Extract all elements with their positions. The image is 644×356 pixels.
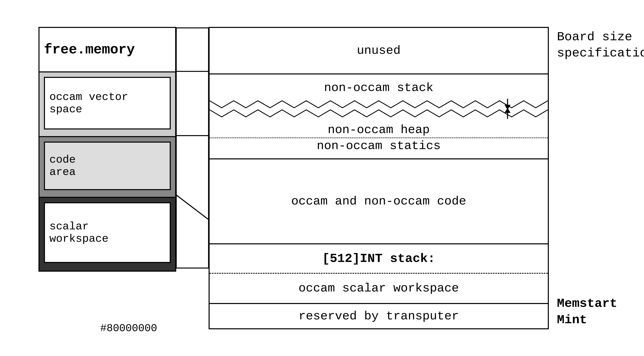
left-memory-layout: free.memory occam vectorspace codearea s… [38, 27, 176, 272]
occam-scalar-row: occam scalar workspace [210, 274, 548, 303]
connector-lines [176, 27, 208, 329]
unused-section: unused [210, 28, 548, 74]
int-stack-label: [512]INT stack: [322, 251, 435, 266]
int-stack-row: [512]INT stack: [210, 244, 548, 274]
unused-label: unused [357, 44, 400, 57]
scalar-workspace-label: scalarworkspace [50, 220, 108, 245]
reserved-section: reserved by transputer #80000000 [210, 304, 548, 328]
non-occam-heap-label: non-occam heap [210, 121, 548, 138]
code-area-label: codearea [50, 154, 76, 178]
code-area-section: codearea [40, 137, 175, 198]
memory-diagram: free.memory occam vectorspace codearea s… [38, 27, 606, 329]
svg-marker-10 [504, 108, 510, 113]
memstart-label: MemstartMint [557, 296, 644, 328]
occam-code-section: occam and non-occam code [210, 159, 548, 244]
memstart-text: MemstartMint [557, 296, 617, 327]
vector-space-label: occam vectorspace [50, 91, 128, 116]
address-label: #80000000 [100, 323, 157, 334]
non-occam-stack-label: non-occam stack [210, 77, 548, 97]
scalar-workspace-section: scalarworkspace [40, 198, 175, 271]
free-memory-box: free.memory [40, 28, 175, 72]
zigzag-area [210, 97, 548, 121]
stack-heap-container: non-occam stack [210, 77, 548, 156]
right-memory-layout: unused non-occam stack [208, 27, 549, 329]
occam-scalar-label: occam scalar workspace [298, 281, 459, 295]
free-memory-label: free.memory [44, 42, 135, 57]
svg-line-3 [176, 195, 208, 219]
code-area-box: codearea [44, 142, 171, 190]
reserved-label: reserved by transputer [298, 309, 459, 323]
vector-space-box: occam vectorspace [44, 77, 171, 130]
stack-heap-section: non-occam stack [210, 74, 548, 159]
occam-code-label: occam and non-occam code [291, 194, 466, 208]
vector-space-section: occam vectorspace [40, 72, 175, 137]
non-occam-statics-label: non-occam statics [210, 138, 548, 156]
scalar-workspace-box: scalarworkspace [44, 202, 171, 263]
board-size-label: Board sizespecification [557, 29, 644, 61]
board-size-text: Board sizespecification [557, 30, 644, 60]
int-stack-scalar-section: [512]INT stack: occam scalar workspace [210, 244, 548, 304]
